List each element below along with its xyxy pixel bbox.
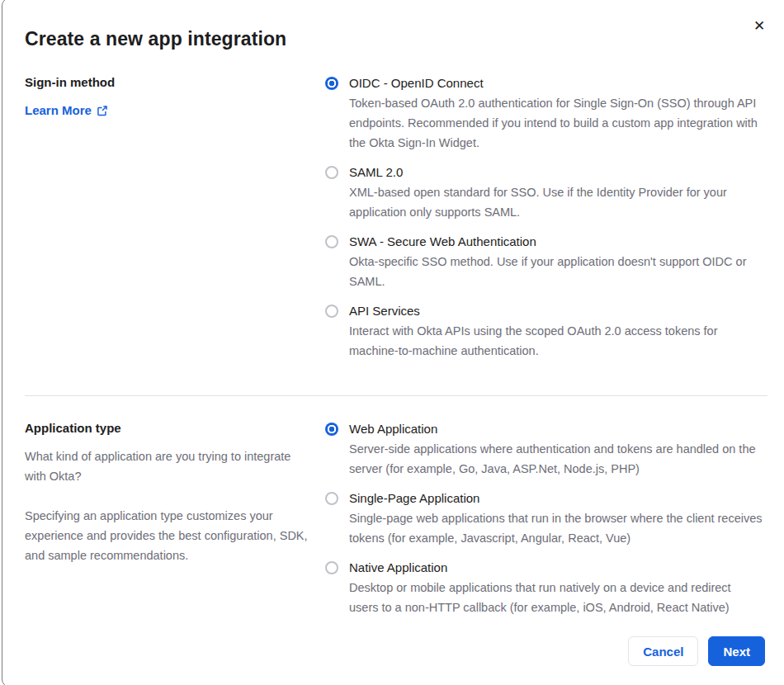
radio-icon[interactable] bbox=[325, 77, 338, 90]
application-type-description-2: Specifying an application type customize… bbox=[25, 506, 309, 565]
option-web-application[interactable]: Web Application Server-side applications… bbox=[325, 421, 767, 479]
application-type-description-1: What kind of application are you trying … bbox=[25, 446, 309, 486]
option-text: API Services Interact with Okta APIs usi… bbox=[349, 303, 763, 361]
option-swa[interactable]: SWA - Secure Web Authentication Okta-spe… bbox=[325, 234, 767, 291]
option-description: Okta-specific SSO method. Use if your ap… bbox=[349, 252, 763, 291]
option-label: Single-Page Application bbox=[349, 490, 763, 507]
learn-more-link[interactable]: Learn More bbox=[25, 103, 108, 117]
option-saml[interactable]: SAML 2.0 XML-based open standard for SSO… bbox=[325, 164, 767, 222]
radio-icon[interactable] bbox=[325, 166, 338, 179]
option-text: Single-Page Application Single-page web … bbox=[349, 490, 763, 548]
radio-icon[interactable] bbox=[325, 423, 338, 436]
dialog-content: ✕ Create a new app integration Sign-in m… bbox=[2, 0, 784, 685]
application-type-section: Application type What kind of applicatio… bbox=[25, 421, 767, 629]
signin-method-label: Sign-in method bbox=[25, 75, 325, 89]
external-link-icon bbox=[97, 105, 108, 116]
option-label: SAML 2.0 bbox=[349, 164, 763, 181]
section-divider bbox=[25, 395, 767, 396]
signin-method-options: OIDC - OpenID Connect Token-based OAuth … bbox=[325, 75, 767, 372]
option-native-application[interactable]: Native Application Desktop or mobile app… bbox=[325, 560, 767, 617]
option-single-page-application[interactable]: Single-Page Application Single-page web … bbox=[325, 490, 767, 548]
option-description: Desktop or mobile applications that run … bbox=[349, 578, 763, 617]
option-description: Interact with Okta APIs using the scoped… bbox=[349, 321, 763, 361]
option-description: XML-based open standard for SSO. Use if … bbox=[349, 182, 763, 222]
option-api-services[interactable]: API Services Interact with Okta APIs usi… bbox=[325, 303, 767, 361]
option-label: OIDC - OpenID Connect bbox=[349, 75, 763, 92]
option-oidc[interactable]: OIDC - OpenID Connect Token-based OAuth … bbox=[325, 75, 767, 153]
radio-icon[interactable] bbox=[325, 305, 338, 318]
option-text: SAML 2.0 XML-based open standard for SSO… bbox=[349, 164, 763, 222]
option-text: SWA - Secure Web Authentication Okta-spe… bbox=[349, 234, 763, 291]
close-icon[interactable]: ✕ bbox=[751, 17, 767, 34]
option-text: OIDC - OpenID Connect Token-based OAuth … bbox=[349, 75, 763, 153]
radio-icon[interactable] bbox=[325, 492, 338, 505]
application-type-label: Application type bbox=[25, 421, 325, 435]
option-label: API Services bbox=[349, 303, 763, 319]
cancel-button[interactable]: Cancel bbox=[628, 636, 698, 666]
option-label: Native Application bbox=[349, 560, 763, 576]
signin-method-left-col: Sign-in method Learn More bbox=[25, 75, 325, 372]
radio-icon[interactable] bbox=[325, 235, 338, 248]
option-text: Native Application Desktop or mobile app… bbox=[349, 560, 763, 617]
learn-more-label: Learn More bbox=[25, 103, 92, 117]
application-type-options: Web Application Server-side applications… bbox=[325, 421, 767, 629]
option-label: SWA - Secure Web Authentication bbox=[349, 234, 763, 250]
radio-icon[interactable] bbox=[325, 561, 338, 574]
signin-method-section: Sign-in method Learn More bbox=[25, 75, 767, 372]
option-label: Web Application bbox=[349, 421, 763, 437]
option-description: Token-based OAuth 2.0 authentication for… bbox=[349, 93, 763, 153]
dialog-footer: Cancel Next bbox=[628, 636, 765, 666]
dialog-title: Create a new app integration bbox=[25, 28, 767, 50]
application-type-left-col: Application type What kind of applicatio… bbox=[25, 421, 325, 629]
option-text: Web Application Server-side applications… bbox=[349, 421, 763, 479]
option-description: Single-page web applications that run in… bbox=[349, 508, 763, 548]
next-button[interactable]: Next bbox=[708, 636, 765, 666]
create-app-integration-dialog: ✕ Create a new app integration Sign-in m… bbox=[2, 0, 784, 685]
option-description: Server-side applications where authentic… bbox=[349, 439, 763, 479]
